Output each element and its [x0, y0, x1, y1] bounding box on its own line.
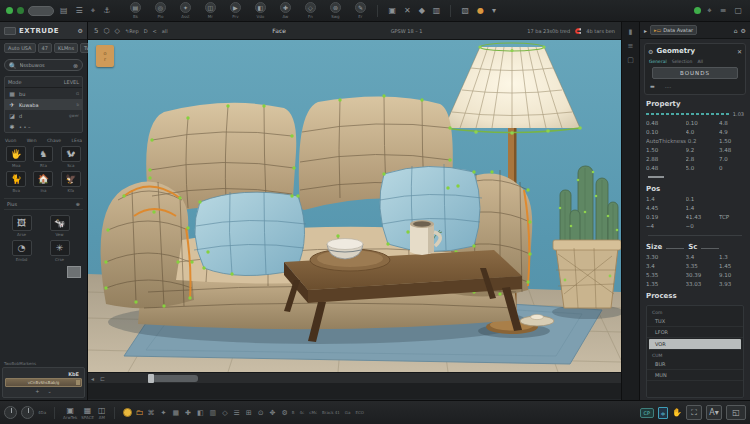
size-value[interactable]: 3.93: [719, 281, 744, 287]
prop-value[interactable]: 4.9: [719, 129, 744, 135]
collapse-arrow-icon[interactable]: ▸: [644, 27, 647, 34]
timeline-slider[interactable]: vCnBvShsBab/g: [5, 378, 82, 387]
mid-icon-3[interactable]: ▥: [431, 7, 443, 15]
top-btn-8[interactable]: ⊚Swg: [326, 2, 344, 19]
top-btn-3[interactable]: ◫Mr: [201, 2, 219, 19]
size-input[interactable]: [666, 243, 684, 249]
prop-value[interactable]: 3.48: [719, 147, 744, 153]
mini-dots-button[interactable]: ‥‥: [665, 83, 672, 89]
pos-value[interactable]: 1.4: [646, 196, 684, 202]
tool-knife-button[interactable]: 🦅Kfa: [59, 171, 83, 193]
prop-value[interactable]: 0.48: [646, 120, 684, 126]
property-progress[interactable]: [646, 113, 730, 115]
bb-icon-0[interactable]: ⌘: [148, 409, 155, 417]
pos-value[interactable]: 0.19: [646, 214, 684, 220]
bounds-button[interactable]: BOUNDS: [652, 67, 738, 79]
prop-value[interactable]: 1.50: [719, 138, 744, 144]
repeat-icon[interactable]: ↰Rep: [125, 28, 139, 34]
right-icon-0[interactable]: ⌖: [705, 7, 714, 15]
size-value[interactable]: 33.03: [686, 281, 717, 287]
pos-value[interactable]: −0: [686, 223, 717, 229]
prop-value[interactable]: 0: [719, 165, 744, 171]
size-value[interactable]: 9.10: [719, 272, 744, 278]
pos-value[interactable]: [719, 223, 744, 229]
outliner-item[interactable]: ◪ d gwer: [5, 110, 82, 121]
bb-icon-3[interactable]: ✚: [185, 409, 191, 417]
mid-icon-1[interactable]: ✕: [402, 7, 413, 15]
timeline-handle-icon[interactable]: ⊏: [97, 375, 108, 382]
prop-value[interactable]: 2.8: [686, 156, 717, 162]
d-icon[interactable]: D: [144, 28, 148, 34]
right-icon-2[interactable]: ▢: [732, 7, 744, 15]
tool-view-button[interactable]: 🐄Vew: [42, 215, 77, 237]
hand-icon[interactable]: ✋: [672, 408, 682, 417]
cyan-slider-icon[interactable]: ≑: [658, 407, 668, 419]
pos-value[interactable]: TCP: [719, 214, 744, 220]
am-icon[interactable]: ◫: [98, 406, 106, 415]
size-value[interactable]: 1.3: [719, 254, 744, 260]
bb-icon-7[interactable]: ☰: [234, 409, 240, 417]
knob-dial-1[interactable]: [4, 406, 17, 419]
cursor-icon[interactable]: ⌖: [89, 7, 98, 15]
top-btn-6[interactable]: ✚Aw: [276, 2, 294, 19]
knob-dial-2[interactable]: [21, 406, 34, 419]
fullscreen-button[interactable]: ⛶: [686, 405, 702, 420]
mode-chip-2[interactable]: KLMns: [54, 43, 78, 53]
edge-mode-icon[interactable]: ⬡: [103, 27, 109, 35]
tool-inset-button[interactable]: 🏠Ina: [31, 171, 55, 193]
tool-rotate-button[interactable]: ♞Rta: [31, 146, 55, 168]
prop-value[interactable]: 7.0: [719, 156, 744, 162]
color-swatch[interactable]: [67, 266, 81, 278]
bb-icon-1[interactable]: ✦: [161, 409, 167, 417]
gear-icon[interactable]: ⚙: [78, 27, 83, 34]
prop-value[interactable]: 0.48: [646, 165, 684, 171]
vertex-mode-icon[interactable]: 5: [94, 27, 98, 35]
collapse-button[interactable]: ⌄: [48, 388, 52, 394]
mode-chip-1[interactable]: 47: [38, 43, 52, 53]
size-value[interactable]: 5.35: [646, 272, 684, 278]
pos-value[interactable]: 41.43: [686, 214, 717, 220]
playhead[interactable]: [148, 374, 154, 383]
prop-value[interactable]: 1.50: [646, 147, 684, 153]
pos-value[interactable]: −4: [646, 223, 684, 229]
bb-icon-8[interactable]: ⊞: [246, 409, 252, 417]
top-btn-5[interactable]: ◧Vdo: [251, 2, 269, 19]
transform-orientation[interactable]: GPSW 18 – 1: [391, 28, 423, 34]
outliner-item[interactable]: ▦ bu G: [5, 88, 82, 99]
tool-embed-button[interactable]: ◔Embd: [4, 240, 39, 262]
size-value[interactable]: 1.35: [646, 281, 684, 287]
record-yellow-icon[interactable]: [123, 408, 132, 417]
bb-icon-4[interactable]: ◧: [197, 409, 204, 417]
anchor-icon[interactable]: ⚓: [101, 7, 112, 15]
mode-chip-0[interactable]: Auto USA: [4, 43, 36, 53]
rail-layers-icon[interactable]: ≡: [628, 42, 634, 50]
process-item-selected[interactable]: VOR: [649, 339, 741, 350]
pos-value[interactable]: 1.4: [686, 205, 717, 211]
all-toggle[interactable]: all: [162, 28, 168, 34]
search-input[interactable]: 🔍 Nssbuwos ⊗: [4, 59, 83, 71]
top-btn-4[interactable]: ▶Prv: [226, 2, 244, 19]
grip-icon[interactable]: ▤: [58, 7, 70, 15]
expand-dash-button[interactable]: [648, 173, 664, 178]
add-marker-button[interactable]: +: [35, 388, 39, 394]
process-item[interactable]: MUN: [647, 370, 743, 381]
top-btn-2[interactable]: ✦Asst: [176, 2, 194, 19]
prop-value[interactable]: 5.0: [686, 165, 717, 171]
plus-dropdown[interactable]: Pius ⊕: [4, 198, 83, 210]
face-mode-icon[interactable]: ◇: [115, 27, 120, 35]
font-dropdown-button[interactable]: A▾: [706, 405, 722, 420]
camera-button[interactable]: ◱: [726, 405, 746, 420]
size-value[interactable]: 3.30: [646, 254, 684, 260]
snap-icon[interactable]: 🧲: [575, 28, 581, 34]
project-folder-icon[interactable]: 🗀: [136, 408, 144, 417]
prop-value[interactable]: 4.8: [719, 120, 744, 126]
mini-dash-button[interactable]: ▬: [650, 83, 655, 89]
select-mode-label[interactable]: Face: [272, 27, 286, 34]
bb-icon-5[interactable]: ▥: [210, 409, 217, 417]
close-icon[interactable]: ✕: [737, 48, 742, 55]
settings-icon[interactable]: ⚙: [741, 27, 746, 34]
prop-value[interactable]: 0.10: [686, 120, 717, 126]
home-icon[interactable]: ⌂: [734, 27, 738, 34]
mid-icon-4[interactable]: ▧: [459, 7, 471, 15]
top-btn-1[interactable]: ◎Plo: [151, 2, 169, 19]
